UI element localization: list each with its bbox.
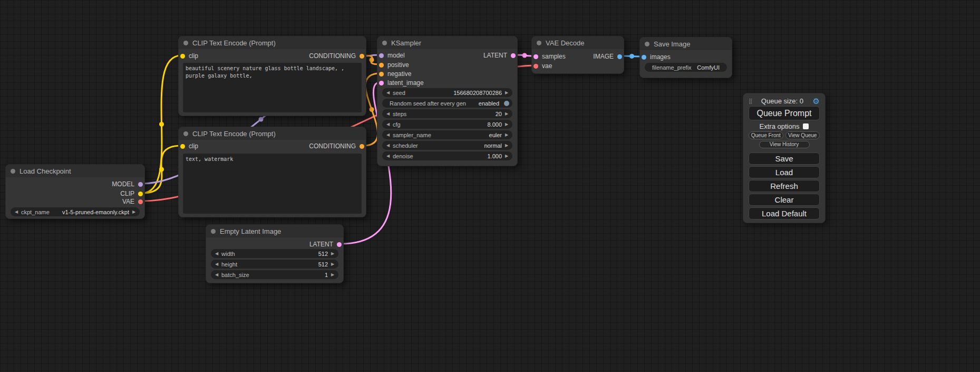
increment-arrow-icon[interactable]: ▶ bbox=[329, 260, 336, 269]
toggle-knob[interactable] bbox=[504, 101, 509, 106]
slot-images-input: images bbox=[642, 53, 671, 61]
collapse-dot[interactable] bbox=[183, 131, 188, 136]
vae-input-port[interactable] bbox=[533, 64, 538, 69]
widget-seed[interactable]: ◀ seed 156680208700286 ▶ bbox=[382, 88, 512, 97]
increment-arrow-icon[interactable]: ▶ bbox=[503, 88, 510, 97]
settings-gear-icon[interactable]: ⚙ bbox=[813, 97, 820, 105]
extra-options-label: Extra options bbox=[760, 122, 800, 130]
slot-clip-output: CLIP bbox=[120, 189, 143, 198]
collapse-dot[interactable] bbox=[211, 229, 216, 234]
refresh-button[interactable]: Refresh bbox=[749, 180, 820, 192]
increment-arrow-icon[interactable]: ▶ bbox=[503, 130, 510, 139]
increment-arrow-icon[interactable]: ▶ bbox=[329, 270, 336, 279]
slot-vae-output: VAE bbox=[122, 197, 143, 206]
decrement-arrow-icon[interactable]: ◀ bbox=[385, 109, 391, 118]
node-title-bar[interactable]: Load Checkpoint bbox=[6, 165, 144, 177]
model-input-port[interactable] bbox=[379, 53, 384, 58]
node-title-bar[interactable]: VAE Decode bbox=[532, 36, 624, 49]
save-button[interactable]: Save bbox=[749, 152, 820, 165]
increment-arrow-icon[interactable]: ▶ bbox=[503, 151, 510, 160]
view-history-button[interactable]: View History bbox=[759, 141, 810, 148]
decrement-arrow-icon[interactable]: ◀ bbox=[385, 151, 391, 160]
queue-prompt-button[interactable]: Queue Prompt bbox=[749, 106, 820, 120]
widget-height[interactable]: ◀ height 512 ▶ bbox=[211, 260, 338, 269]
decrement-arrow-icon[interactable]: ◀ bbox=[13, 207, 20, 216]
increment-arrow-icon[interactable]: ▶ bbox=[503, 141, 510, 150]
negative-input-port[interactable] bbox=[379, 72, 384, 77]
node-title-bar[interactable]: CLIP Text Encode (Prompt) bbox=[179, 127, 366, 140]
node-empty-latent-image[interactable]: Empty Latent Image LATENT ◀ width 512 ▶ … bbox=[206, 224, 344, 283]
node-load-checkpoint[interactable]: Load Checkpoint MODEL CLIP VAE ◀ ckpt_na… bbox=[5, 164, 145, 219]
increment-arrow-icon[interactable]: ▶ bbox=[503, 120, 510, 129]
image-output-port[interactable] bbox=[617, 54, 622, 59]
collapse-dot[interactable] bbox=[537, 41, 541, 45]
node-title-bar[interactable]: Save Image bbox=[640, 37, 732, 50]
increment-arrow-icon[interactable]: ▶ bbox=[131, 207, 137, 216]
collapse-dot[interactable] bbox=[183, 41, 188, 45]
slot-latent-output: LATENT bbox=[309, 240, 342, 249]
slot-conditioning-output: CONDITIONING bbox=[309, 142, 364, 150]
latent-output-port[interactable] bbox=[511, 53, 516, 58]
clip-output-port[interactable] bbox=[138, 192, 143, 196]
view-queue-button[interactable]: View Queue bbox=[785, 131, 820, 139]
collapse-dot[interactable] bbox=[11, 169, 15, 174]
node-save-image[interactable]: Save Image images filename_prefix ComfyU… bbox=[639, 37, 732, 78]
widget-scheduler[interactable]: ◀ scheduler normal ▶ bbox=[382, 141, 512, 150]
decrement-arrow-icon[interactable]: ◀ bbox=[385, 141, 391, 150]
images-input-port[interactable] bbox=[642, 55, 646, 60]
node-title-bar[interactable]: CLIP Text Encode (Prompt) bbox=[179, 36, 366, 49]
conditioning-output-port[interactable] bbox=[360, 144, 364, 149]
positive-input-port[interactable] bbox=[379, 63, 384, 68]
collapse-dot[interactable] bbox=[382, 41, 387, 45]
latent-image-input-port[interactable] bbox=[379, 81, 384, 85]
slot-positive-input: positive bbox=[379, 61, 409, 69]
widget-width[interactable]: ◀ width 512 ▶ bbox=[211, 249, 338, 258]
conditioning-output-port[interactable] bbox=[360, 54, 364, 59]
widget-control-after-generate[interactable]: Random seed after every gen enabled bbox=[382, 99, 512, 108]
load-default-button[interactable]: Load Default bbox=[749, 207, 820, 220]
view-history-row: View History bbox=[749, 141, 820, 148]
node-title-bar[interactable]: KSampler bbox=[377, 36, 517, 49]
widget-sampler-name[interactable]: ◀ sampler_name euler ▶ bbox=[382, 130, 512, 139]
queue-panel: ⣿ Queue size: 0 ⚙ Queue Prompt Extra opt… bbox=[743, 93, 826, 223]
slot-conditioning-output: CONDITIONING bbox=[309, 52, 364, 60]
collapse-dot[interactable] bbox=[645, 42, 649, 46]
slot-latent-image-input: latent_image bbox=[379, 79, 424, 87]
decrement-arrow-icon[interactable]: ◀ bbox=[214, 249, 220, 258]
widget-filename-prefix[interactable]: filename_prefix ComfyUI bbox=[645, 63, 727, 72]
increment-arrow-icon[interactable]: ▶ bbox=[329, 249, 336, 258]
latent-output-port[interactable] bbox=[337, 242, 342, 247]
node-title-bar[interactable]: Empty Latent Image bbox=[206, 225, 343, 237]
decrement-arrow-icon[interactable]: ◀ bbox=[214, 260, 220, 269]
queue-actions-row: Queue Front View Queue bbox=[749, 131, 820, 139]
widget-batch-size[interactable]: ◀ batch_size 1 ▶ bbox=[211, 270, 338, 279]
slot-negative-input: negative bbox=[379, 70, 411, 78]
decrement-arrow-icon[interactable]: ◀ bbox=[385, 130, 391, 139]
node-ksampler[interactable]: KSampler model positive negative latent_… bbox=[377, 36, 518, 166]
widget-steps[interactable]: ◀ steps 20 ▶ bbox=[382, 109, 512, 118]
samples-input-port[interactable] bbox=[533, 54, 538, 59]
increment-arrow-icon[interactable]: ▶ bbox=[503, 109, 510, 118]
model-output-port[interactable] bbox=[138, 182, 143, 187]
widget-denoise[interactable]: ◀ denoise 1.000 ▶ bbox=[382, 151, 512, 160]
node-vae-decode[interactable]: VAE Decode samples vae IMAGE bbox=[531, 36, 624, 74]
slot-latent-output: LATENT bbox=[483, 51, 516, 60]
clear-button[interactable]: Clear bbox=[749, 194, 820, 206]
extra-options-checkbox[interactable] bbox=[803, 123, 809, 129]
slot-vae-input: vae bbox=[533, 62, 552, 70]
widget-cfg[interactable]: ◀ cfg 8.000 ▶ bbox=[382, 120, 512, 129]
load-button[interactable]: Load bbox=[749, 166, 820, 178]
decrement-arrow-icon[interactable]: ◀ bbox=[214, 270, 220, 279]
negative-prompt-textarea[interactable]: text, watermark bbox=[183, 154, 362, 214]
node-clip-text-encode-positive[interactable]: CLIP Text Encode (Prompt) clip CONDITION… bbox=[178, 36, 366, 116]
node-clip-text-encode-negative[interactable]: CLIP Text Encode (Prompt) clip CONDITION… bbox=[178, 127, 366, 217]
decrement-arrow-icon[interactable]: ◀ bbox=[385, 120, 391, 129]
queue-front-button[interactable]: Queue Front bbox=[749, 131, 783, 139]
vae-output-port[interactable] bbox=[138, 199, 143, 204]
clip-input-port[interactable] bbox=[180, 144, 185, 149]
positive-prompt-textarea[interactable]: beautiful scenery nature glass bottle la… bbox=[183, 63, 362, 112]
decrement-arrow-icon[interactable]: ◀ bbox=[385, 88, 391, 97]
widget-ckpt-name[interactable]: ◀ ckpt_name v1-5-pruned-emaonly.ckpt ▶ bbox=[11, 207, 140, 216]
node-title: KSampler bbox=[391, 39, 421, 47]
clip-input-port[interactable] bbox=[180, 54, 185, 59]
